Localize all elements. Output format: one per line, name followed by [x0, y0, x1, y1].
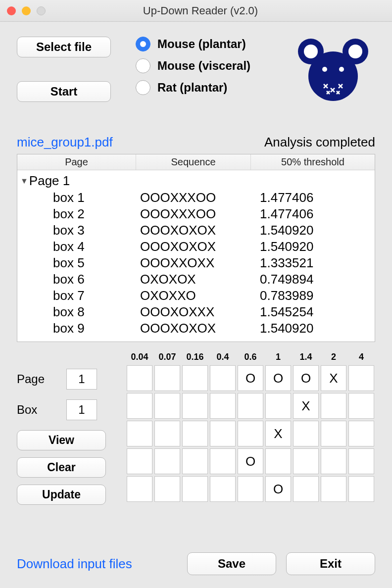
cell-page: box 7 — [17, 288, 140, 303]
grid-cell[interactable] — [348, 421, 374, 446]
svg-point-6 — [339, 67, 344, 72]
grid-cell[interactable] — [210, 476, 236, 502]
close-icon[interactable] — [7, 6, 16, 15]
grid-cell[interactable]: X — [321, 365, 346, 391]
grid-cell[interactable]: O — [265, 476, 291, 502]
box-input[interactable] — [66, 399, 97, 420]
grid-row: O — [127, 448, 374, 474]
svg-point-1 — [304, 45, 318, 58]
grid-cell[interactable] — [348, 365, 374, 391]
grid-cell[interactable] — [127, 448, 152, 474]
cell-page: box 8 — [17, 304, 140, 320]
grid-cell[interactable] — [321, 448, 346, 474]
grid-cell[interactable] — [154, 421, 180, 446]
start-button[interactable]: Start — [17, 81, 111, 102]
grid-cell[interactable] — [265, 448, 291, 474]
cell-page: box 3 — [17, 223, 140, 238]
grid-cell[interactable] — [238, 421, 263, 446]
cell-threshold: 1.545254 — [255, 304, 375, 320]
grid-cell[interactable] — [321, 476, 346, 502]
cell-sequence: OOOXXXOO — [140, 190, 255, 205]
cell-threshold: 1.477406 — [255, 206, 375, 222]
grid-row: X — [127, 393, 374, 419]
grid-cell[interactable]: O — [293, 365, 319, 391]
grid-cell[interactable] — [127, 393, 152, 419]
download-link[interactable]: Download input files — [17, 556, 132, 572]
grid-cell[interactable] — [210, 448, 236, 474]
grid-cell[interactable]: O — [238, 365, 263, 391]
grid-row: X — [127, 421, 374, 446]
col-page: Page — [17, 154, 136, 170]
grid-cell[interactable] — [154, 365, 180, 391]
radio-mouse-plantar[interactable] — [136, 37, 150, 51]
svg-point-5 — [322, 67, 327, 72]
grid-header: 4 — [348, 352, 374, 362]
view-button[interactable]: View — [17, 430, 106, 450]
grid-header: 0.16 — [182, 352, 208, 362]
grid-cell[interactable] — [348, 448, 374, 474]
grid-cell[interactable] — [127, 365, 152, 391]
table-row[interactable]: box 5OOOXXOXX1.333521 — [17, 255, 375, 271]
grid-cell[interactable] — [321, 421, 346, 446]
update-button[interactable]: Update — [17, 485, 106, 505]
radio-mouse-visceral-label: Mouse (visceral) — [157, 59, 250, 73]
mouse-logo-icon — [296, 37, 370, 108]
grid-cell[interactable] — [127, 476, 152, 502]
exit-button[interactable]: Exit — [286, 552, 375, 575]
status-label: Analysis completed — [264, 135, 375, 150]
page-field-label: Page — [17, 372, 66, 386]
table-row[interactable]: box 1OOOXXXOO1.477406 — [17, 190, 375, 206]
grid-cell[interactable]: O — [238, 448, 263, 474]
grid-header: 0.4 — [210, 352, 236, 362]
svg-point-3 — [348, 45, 362, 58]
table-row[interactable]: box 9OOOXOXOX1.540920 — [17, 320, 375, 337]
table-row[interactable]: box 3OOOXOXOX1.540920 — [17, 222, 375, 239]
save-button[interactable]: Save — [187, 552, 276, 575]
grid-cell[interactable] — [210, 393, 236, 419]
cell-threshold: 0.749894 — [255, 272, 375, 287]
table-row[interactable]: box 8OOOXOXXX1.545254 — [17, 304, 375, 320]
grid-cell[interactable] — [238, 393, 263, 419]
grid-cell[interactable] — [238, 476, 263, 502]
table-row[interactable]: box 7OXOXXO0.783989 — [17, 288, 375, 304]
grid-cell[interactable] — [321, 393, 346, 419]
grid-cell[interactable] — [182, 421, 208, 446]
group-label: Page 1 — [29, 173, 70, 189]
grid-cell[interactable]: X — [265, 421, 291, 446]
grid-cell[interactable] — [210, 365, 236, 391]
radio-mouse-visceral[interactable] — [136, 58, 150, 73]
clear-button[interactable]: Clear — [17, 457, 106, 478]
grid-cell[interactable] — [182, 365, 208, 391]
grid-cell[interactable] — [348, 393, 374, 419]
cell-sequence: OXOXOX — [140, 272, 255, 287]
cell-threshold: 1.333521 — [255, 255, 375, 271]
cell-threshold: 1.477406 — [255, 190, 375, 205]
grid-cell[interactable] — [293, 476, 319, 502]
table-group-row[interactable]: ▼ Page 1 — [17, 172, 375, 190]
disclosure-triangle-icon[interactable]: ▼ — [20, 177, 28, 186]
grid-cell[interactable] — [293, 448, 319, 474]
table-row[interactable]: box 2OOOXXXOO1.477406 — [17, 206, 375, 222]
filename-label: mice_group1.pdf — [17, 135, 113, 150]
table-row[interactable]: box 4OOOXOXOX1.540920 — [17, 239, 375, 255]
select-file-button[interactable]: Select file — [17, 37, 111, 57]
grid-cell[interactable]: O — [265, 365, 291, 391]
grid-header: 1 — [265, 352, 291, 362]
grid-cell[interactable]: X — [293, 393, 319, 419]
table-row[interactable]: box 6OXOXOX0.749894 — [17, 271, 375, 288]
grid-cell[interactable] — [154, 393, 180, 419]
grid-cell[interactable] — [182, 448, 208, 474]
cell-threshold: 1.540920 — [255, 239, 375, 254]
grid-cell[interactable] — [182, 393, 208, 419]
grid-cell[interactable] — [348, 476, 374, 502]
grid-cell[interactable] — [127, 421, 152, 446]
grid-cell[interactable] — [154, 476, 180, 502]
grid-cell[interactable] — [265, 393, 291, 419]
page-input[interactable] — [66, 369, 97, 390]
grid-cell[interactable] — [210, 421, 236, 446]
radio-rat-plantar[interactable] — [136, 80, 150, 95]
window-title: Up-Down Reader (v2.0) — [16, 4, 385, 17]
grid-cell[interactable] — [293, 421, 319, 446]
grid-cell[interactable] — [154, 448, 180, 474]
grid-cell[interactable] — [182, 476, 208, 502]
